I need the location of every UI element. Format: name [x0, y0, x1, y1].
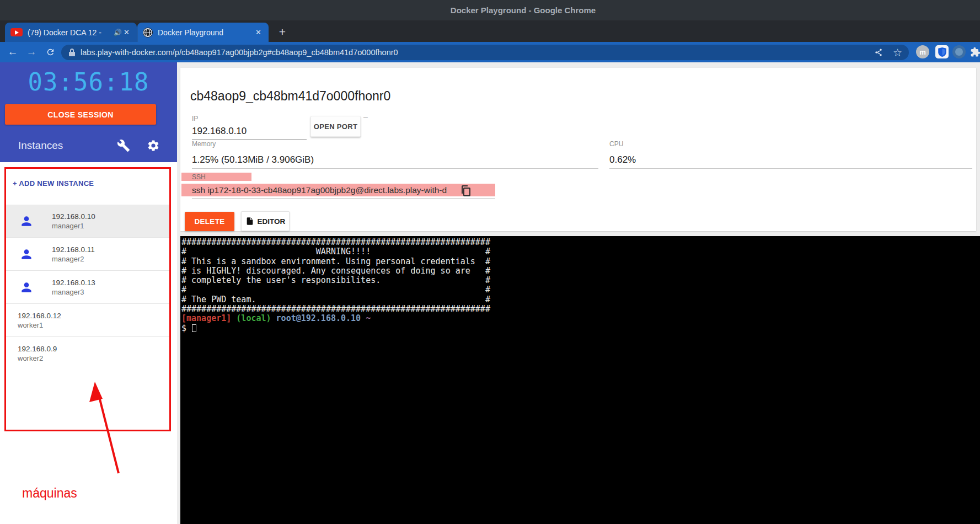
cpu-label: CPU [609, 140, 623, 148]
ip-value[interactable]: 192.168.0.10 [192, 126, 247, 137]
ssh-label: SSH [192, 173, 206, 181]
globe-extension-icon[interactable] [952, 45, 966, 58]
file-icon [245, 216, 254, 226]
instance-row-manager2[interactable]: 192.168.0.11manager2 [6, 238, 169, 271]
back-button[interactable]: ← [4, 44, 21, 60]
memory-label: Memory [192, 140, 216, 148]
maquinas-annotation-label: máquinas [22, 486, 77, 501]
memory-underline [192, 168, 598, 169]
instance-ip: 192.168.0.10 [52, 212, 95, 221]
terminal-banner-line: # completely the user's responsibilites.… [181, 275, 490, 285]
terminal-cursor [192, 324, 196, 332]
prompt-dollar: $ [181, 323, 186, 333]
session-timer: 03:56:18 [0, 68, 177, 96]
extensions-puzzle-icon[interactable] [968, 45, 980, 58]
tab-title: Docker Playground [158, 28, 249, 37]
instance-row-worker1[interactable]: 192.168.0.12worker1 [6, 304, 169, 337]
tab-close-icon[interactable]: ✕ [122, 28, 131, 36]
terminal-banner-line: # # [181, 285, 490, 295]
port-dash: – [363, 112, 368, 121]
url-text: labs.play-with-docker.com/p/cb48aop917ag… [81, 48, 398, 57]
add-new-instance-button[interactable]: + ADD NEW INSTANCE [13, 179, 94, 188]
terminal-banner-line: # The PWD team. # [181, 295, 490, 304]
terminal-banner-line: ########################################… [181, 237, 490, 247]
prompt-path: ~ [366, 313, 371, 323]
editor-label: EDITOR [258, 217, 286, 226]
instance-row-manager3[interactable]: 192.168.0.13manager3 [6, 271, 169, 304]
forward-button[interactable]: → [23, 44, 40, 60]
ip-underline [192, 139, 307, 140]
prompt-node: [manager1] [181, 313, 231, 323]
tab-strip: (79) Docker DCA 12 - 🔊 ✕ Docker Playgrou… [0, 20, 980, 42]
prompt-scope: (local) [236, 313, 271, 323]
instance-name: worker1 [18, 321, 61, 329]
instances-label: Instances [18, 140, 63, 152]
gear-icon[interactable] [147, 139, 160, 152]
delete-button[interactable]: DELETE [185, 212, 234, 231]
instance-row-worker2[interactable]: 192.168.0.9worker2 [6, 337, 169, 370]
new-tab-button[interactable]: + [275, 24, 290, 40]
copy-icon[interactable] [459, 184, 473, 197]
lock-icon[interactable] [69, 49, 75, 56]
instances-header: Instances [0, 135, 177, 157]
terminal-banner-line: # is HIGHLY! discouraged. Any consequenc… [181, 266, 490, 276]
instance-ip: 192.168.0.13 [52, 279, 95, 287]
open-port-button[interactable]: OPEN PORT [310, 116, 361, 137]
session-title: cb48aop9_cb48bm41d7o000fhonr0 [190, 89, 390, 104]
ssh-underline [192, 198, 495, 199]
instance-list: 192.168.0.10manager1 192.168.0.11manager… [6, 205, 169, 370]
person-icon [19, 214, 34, 228]
bookmark-star-icon[interactable]: ☆ [893, 46, 902, 59]
close-session-button[interactable]: CLOSE SESSION [5, 104, 156, 125]
share-icon[interactable] [874, 48, 883, 57]
session-card: cb48aop9_cb48bm41d7o000fhonr0 IP 192.168… [180, 68, 976, 231]
globe-favicon [143, 28, 153, 38]
ssh-command-text[interactable]: ssh ip172-18-0-33-cb48aop917ag00bjpb2g@d… [192, 185, 447, 195]
wrench-icon[interactable] [117, 139, 130, 152]
instance-ip: 192.168.0.11 [52, 245, 95, 254]
terminal-banner-line: # This is a sandbox environment. Using p… [181, 256, 490, 266]
instance-name: worker2 [18, 354, 57, 362]
sidebar: 03:56:18 CLOSE SESSION Instances + ADD N… [0, 62, 177, 524]
instance-row-manager1[interactable]: 192.168.0.10manager1 [6, 205, 169, 238]
extension-m-icon[interactable]: m [916, 45, 929, 58]
cpu-value: 0.62% [609, 154, 636, 165]
window-title: Docker Playground - Google Chrome [384, 6, 596, 15]
instance-name: manager1 [52, 222, 95, 230]
editor-button[interactable]: EDITOR [241, 211, 290, 231]
tab-close-icon[interactable]: ✕ [254, 28, 263, 36]
cpu-underline [609, 168, 972, 169]
terminal-banner-line: # WARNING!!!! # [181, 247, 490, 256]
address-bar[interactable]: labs.play-with-docker.com/p/cb48aop917ag… [61, 45, 909, 60]
youtube-icon [10, 28, 23, 36]
main-content: cb48aop9_cb48bm41d7o000fhonr0 IP 192.168… [177, 62, 980, 524]
audio-playing-icon[interactable]: 🔊 [114, 29, 122, 36]
tab-docker-playground[interactable]: Docker Playground ✕ [137, 23, 269, 42]
bitwarden-shield-icon[interactable] [935, 45, 949, 58]
terminal[interactable]: ########################################… [180, 236, 980, 524]
browser-toolbar: ← → labs.play-with-docker.com/p/cb48aop9… [0, 42, 980, 62]
instance-name: manager2 [52, 255, 95, 263]
prompt-user-host: root@192.168.0.10 [276, 313, 361, 323]
person-icon [19, 247, 34, 261]
instance-name: manager3 [52, 288, 95, 296]
sidebar-header: 03:56:18 CLOSE SESSION Instances [0, 62, 177, 162]
window-titlebar[interactable]: Docker Playground - Google Chrome [0, 0, 980, 20]
tab-youtube[interactable]: (79) Docker DCA 12 - 🔊 ✕ [5, 23, 137, 42]
reload-button[interactable] [42, 44, 58, 60]
memory-value: 1.25% (50.13MiB / 3.906GiB) [192, 154, 314, 165]
ip-label: IP [192, 115, 198, 122]
terminal-banner-line: ########################################… [181, 304, 490, 314]
instance-ip: 192.168.0.9 [18, 345, 57, 353]
instance-ip: 192.168.0.12 [18, 312, 61, 320]
person-icon [19, 280, 34, 295]
tab-title: (79) Docker DCA 12 - [28, 28, 109, 37]
